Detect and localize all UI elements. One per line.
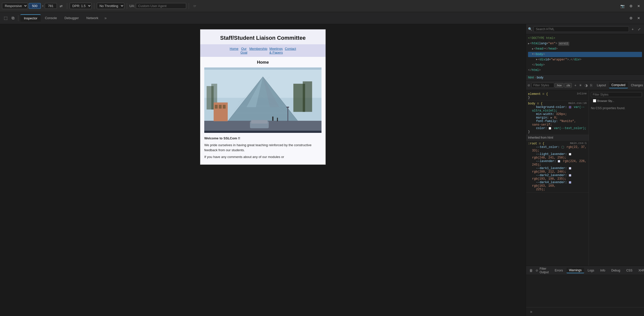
building-image — [204, 67, 321, 133]
more-tabs-btn[interactable]: » — [102, 15, 109, 21]
responsive-select[interactable]: Responsive — [2, 3, 28, 9]
console-tab-info[interactable]: Info — [598, 268, 608, 273]
welcome-text: Welcome to SSLCom !! We pride ourselves … — [204, 136, 321, 160]
nav-membership[interactable]: Membership — [249, 47, 267, 54]
devtools-close-btn[interactable]: ✕ — [635, 15, 642, 21]
devtools-settings-btn[interactable]: ⚙ — [628, 15, 634, 21]
css-element-rule: element ∷ { inline } — [526, 91, 589, 101]
search-html-input[interactable] — [534, 26, 629, 32]
add-html-btn[interactable]: + — [630, 27, 635, 32]
scroll-badge: scroll — [558, 42, 569, 46]
inherited-header: Inherited from html — [526, 135, 589, 141]
trash-icon-btn[interactable]: 🗑 — [528, 268, 534, 273]
close-btn[interactable]: ✕ — [635, 3, 642, 9]
text-color-swatch[interactable] — [561, 146, 564, 148]
console-tab-errors[interactable]: Errors — [552, 268, 566, 273]
doctype-text: <!DOCTYPE html> — [528, 36, 555, 41]
console-tab-debug[interactable]: Debug — [609, 268, 623, 273]
svg-rect-24 — [286, 107, 289, 108]
dark4-swatch[interactable] — [569, 181, 571, 184]
tree-html-close: </html> — [528, 68, 642, 73]
height-input[interactable]: 781 — [45, 3, 57, 9]
sep1 — [67, 3, 67, 9]
sep3 — [127, 3, 127, 9]
tree-doctype: <!DOCTYPE html> — [528, 36, 642, 41]
inspector-search-bar: 🔍 + ⤢ — [526, 24, 644, 34]
cls-btn[interactable]: .cls — [564, 83, 572, 88]
breadcrumb-html[interactable]: html — [528, 76, 534, 79]
tab-computed[interactable]: Computed — [609, 82, 628, 88]
hov-btn[interactable]: :hov — [555, 83, 564, 88]
tree-head[interactable]: ▶ <head > </head> — [528, 46, 642, 52]
settings-btn[interactable]: ⚙ — [628, 3, 634, 9]
div-toggle[interactable]: ▶ — [536, 58, 538, 62]
dark-mode-btn[interactable]: ◑ — [584, 83, 589, 88]
html-toggle[interactable]: ▶ — [528, 42, 530, 46]
nav-goal[interactable]: OurGoal — [240, 47, 247, 54]
styles-right: Browser Sty... No CSS properties found. — [589, 90, 644, 266]
computed-filter-input[interactable] — [591, 92, 642, 97]
nav-meetings[interactable]: Meetings& Papers — [269, 47, 283, 54]
lavender-swatch[interactable] — [558, 160, 560, 163]
nav-home[interactable]: Home — [230, 47, 238, 54]
console-tab-css[interactable]: CSS — [624, 268, 635, 273]
bg-color-swatch[interactable] — [569, 106, 571, 108]
dpr-select[interactable]: DPR: 1.5 — [70, 3, 92, 9]
screenshot-btn[interactable]: 📷 — [619, 3, 626, 9]
color-swatch[interactable] — [549, 127, 551, 130]
console-expand-btn[interactable]: » — [528, 308, 534, 315]
nav-contact[interactable]: Contact — [285, 47, 296, 54]
head-toggle[interactable]: ▶ — [532, 47, 534, 51]
svg-rect-3 — [303, 81, 312, 112]
body-selector: body ∷ { — [528, 102, 543, 105]
filter-output-icon: ⊘ — [536, 269, 538, 272]
light-lav-swatch[interactable] — [569, 153, 571, 155]
styles-split: element ∷ { inline } body ∷ { main.css:1… — [526, 90, 644, 266]
light-mode-btn[interactable]: ☀ — [578, 83, 583, 88]
dark2-swatch[interactable] — [569, 174, 571, 177]
color-val: var(--text_color); — [554, 127, 587, 130]
width-input[interactable]: 500 — [29, 3, 41, 9]
copy-styles-btn[interactable]: ⎘ — [589, 83, 593, 88]
browser-style-check[interactable] — [593, 99, 596, 102]
html-tree: <!DOCTYPE html> ▶ <html lang="en" > scro… — [526, 34, 644, 74]
console-tab-warnings[interactable]: Warnings — [567, 268, 584, 273]
site-nav: Home OurGoal Membership Meetings& Papers… — [200, 44, 326, 57]
tree-html[interactable]: ▶ <html lang="en" > scroll — [528, 41, 642, 46]
svg-rect-28 — [223, 105, 226, 108]
console-tabs: Errors Warnings Logs Info Debug CSS XHR … — [552, 268, 644, 273]
console-tab-logs[interactable]: Logs — [585, 268, 597, 273]
pick-element-btn[interactable]: ⬚ — [2, 15, 9, 21]
responsive-group: Responsive — [2, 3, 28, 9]
breadcrumb-body[interactable]: body — [537, 76, 543, 79]
search-icon: 🔍 — [528, 27, 532, 31]
dark1-swatch[interactable] — [569, 167, 571, 170]
dark4-val: rgb(163, 169, — [532, 184, 556, 188]
throttle-select[interactable]: No Throttling — [97, 3, 124, 9]
console-tab-xhr[interactable]: XHR — [636, 268, 644, 273]
tab-layout[interactable]: Layout — [594, 83, 608, 88]
element-source: inline — [577, 92, 587, 95]
tree-div-wrapper[interactable]: ▶ <div id="wrapper" > … </div> — [528, 57, 642, 62]
tree-body[interactable]: ▼ <body> — [528, 52, 642, 57]
tab-inspector[interactable]: Inspector — [20, 14, 41, 22]
rotate-btn[interactable]: ⇄ — [58, 3, 64, 9]
body-toggle[interactable]: ▼ — [532, 52, 534, 56]
tab-changes[interactable]: Changes — [628, 83, 644, 88]
tab-network[interactable]: Network — [83, 15, 102, 21]
ua-input[interactable] — [136, 3, 186, 9]
min-width-prop: min-width: — [532, 112, 554, 116]
light-lav-val: rgb(240, 241, 250); — [532, 156, 567, 160]
font-family-prop: font-family: — [532, 120, 558, 123]
touch-btn[interactable]: ☞ — [191, 3, 198, 9]
expand-html-btn[interactable]: ⤢ — [636, 27, 642, 32]
tab-debugger[interactable]: Debugger — [61, 15, 82, 21]
add-rule-btn[interactable]: + — [573, 83, 577, 88]
margin-toggle[interactable]: ▶ — [551, 116, 552, 119]
root-selector: :root ∷ { — [528, 142, 544, 145]
breadcrumb-sep: › — [535, 76, 536, 79]
tab-console[interactable]: Console — [41, 15, 60, 21]
filter-styles-input[interactable] — [532, 83, 554, 88]
touch-group: ☞ — [191, 3, 198, 9]
responsive-mode-btn[interactable]: ⧉ — [10, 15, 16, 21]
